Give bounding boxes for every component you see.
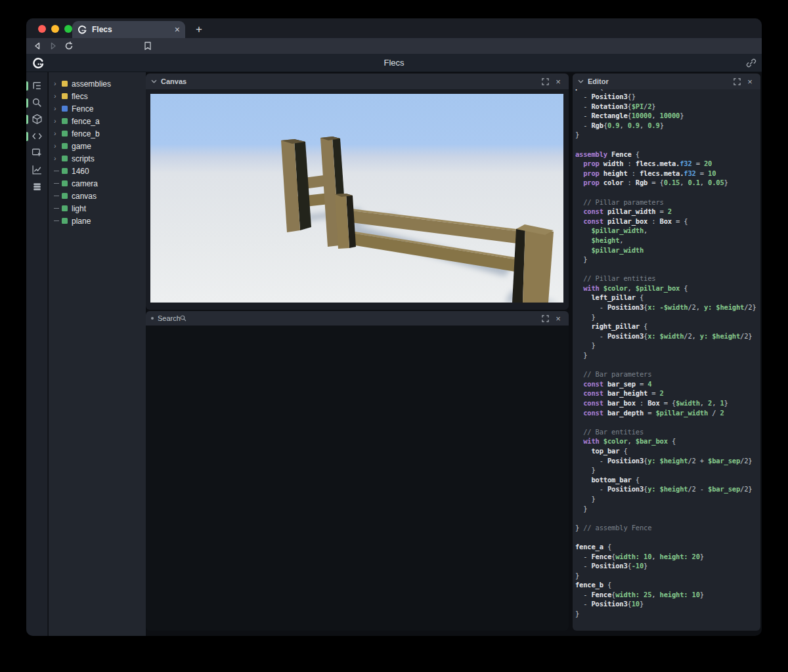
tab-title: Flecs [92,25,175,34]
minimize-window-button[interactable] [51,25,59,33]
tree-item-scripts[interactable]: ›scripts [49,152,146,165]
code-line: } [575,494,760,504]
code-line: } [575,341,760,350]
entity-sidebar: ›assemblies›flecs›Fence›fence_a›fence_b›… [49,72,146,636]
code-line: } [575,312,760,322]
fullscreen-icon[interactable] [540,313,550,324]
leaf-dash-icon [54,183,62,184]
tree-item-flecs[interactable]: ›flecs [49,90,146,102]
code-line: - Position3{x: -$width/2, y: $height/2} [575,303,760,312]
tree-item-label: camera [72,179,98,188]
search-panel-title: Search [158,314,540,322]
editor-panel-header: Editor × [573,74,760,89]
3d-viewport[interactable] [150,94,563,303]
active-panel-indicator [26,132,28,141]
code-line: fence_a { [575,542,760,552]
fullscreen-icon[interactable] [732,76,742,87]
tab-close-icon[interactable]: × [175,25,180,34]
code-line: prop color : Rgb = {0.15, 0.1, 0.05} [575,178,760,188]
code-line: } [575,571,760,581]
cube-icon[interactable] [32,114,43,125]
expand-chevron-icon: › [54,80,62,87]
tree-item-camera[interactable]: camera [49,177,146,190]
code-line: } [575,130,760,140]
tree-item-plane[interactable]: plane [49,215,146,227]
browser-tab[interactable]: Flecs × [72,21,185,38]
expand-chevron-icon: › [54,105,62,112]
active-panel-indicator [26,115,28,124]
forward-icon[interactable] [47,40,59,52]
code-line: const bar_height = 2 [575,388,760,398]
code-line: $pillar_width, [575,226,760,236]
tree-item-label: scripts [72,154,95,163]
code-line [575,360,760,370]
collapse-chevron-icon[interactable] [578,79,584,83]
permalink-icon[interactable] [746,58,756,68]
code-line: - Position3{} [575,92,760,102]
code-line: - Position3{x: $width/2, y: $height/2} [575,331,760,341]
tab-favicon-flecs-logo-icon [77,25,87,34]
tree-item-fence_a[interactable]: ›fence_a [49,115,146,127]
search-panel-header: Search × [146,311,569,326]
tree-item-1460[interactable]: 1460 [49,165,146,177]
editor-panel: Editor × plane { - Position3{} - Rotatio… [573,74,760,631]
expand-chevron-icon: › [54,142,62,150]
tree-item-light[interactable]: light [49,202,146,215]
bookmark-icon[interactable] [142,40,154,52]
code-editor[interactable]: plane { - Position3{} - Rotation3{$PI/2}… [573,89,760,631]
close-window-button[interactable] [38,25,46,33]
code-line: const bar_sep = 4 [575,379,760,389]
code-line [575,188,760,198]
expand-chevron-icon: › [54,130,62,137]
code-line: - Rectangle{10000, 10000} [575,111,760,121]
code-line: const bar_box : Box = {$width, 2, 1} [575,398,760,408]
code-line: } [575,504,760,514]
code-line [575,417,760,427]
collapsed-indicator-icon[interactable] [151,317,154,320]
stack-icon[interactable] [32,181,43,193]
entity-kind-square-icon [62,205,68,211]
code-icon[interactable] [32,131,43,142]
tree-item-label: game [72,142,91,151]
search-icon[interactable] [32,97,43,109]
app-header: Flecs [26,54,762,72]
code-line: // Bar entities [575,427,760,437]
collapse-chevron-icon[interactable] [151,79,157,83]
tree-item-Fence[interactable]: ›Fence [49,102,146,115]
code-line: assembly Fence { [575,150,760,159]
code-line: // Pillar entities [575,274,760,284]
code-line: fence_b { [575,580,760,590]
chart-icon[interactable] [32,164,43,176]
entity-kind-square-icon [62,180,68,186]
code-line: // Bar parameters [575,369,760,379]
entity-kind-square-icon [62,81,68,87]
close-panel-icon[interactable]: × [745,76,755,87]
reload-icon[interactable] [63,40,75,52]
browser-toolbar: flecs.dev /explorer/?wasm=https://www.fl… [26,38,762,54]
code-line: bottom_bar { [575,475,760,485]
tree-item-label: fence_b [72,129,100,138]
code-line: with $color, $bar_box { [575,436,760,446]
active-panel-indicator [26,98,28,108]
leaf-dash-icon [54,171,62,171]
new-tab-button[interactable]: + [190,21,208,38]
fullscreen-icon[interactable] [540,76,550,87]
zoom-window-button[interactable] [64,25,72,33]
outliner-icon[interactable] [32,80,43,92]
tree-item-fence_b[interactable]: ›fence_b [49,127,146,140]
inspector-icon[interactable] [32,147,43,159]
close-panel-icon[interactable]: × [553,313,563,324]
tree-item-game[interactable]: ›game [49,140,146,152]
code-line: const bar_depth = $pillar_width / 2 [575,408,760,418]
entity-kind-square-icon [62,156,68,161]
code-line: with $color, $pillar_box { [575,284,760,293]
code-line: prop width : flecs.meta.f32 = 20 [575,159,760,169]
tree-item-assemblies[interactable]: ›assemblies [49,77,146,90]
close-panel-icon[interactable]: × [553,76,563,87]
active-panel-indicator [26,81,28,91]
code-line: const pillar_width = 2 [575,207,760,217]
editor-panel-title: Editor [588,77,729,85]
tree-item-canvas[interactable]: canvas [49,190,146,202]
back-icon[interactable] [32,40,43,52]
entity-kind-square-icon [62,106,68,112]
